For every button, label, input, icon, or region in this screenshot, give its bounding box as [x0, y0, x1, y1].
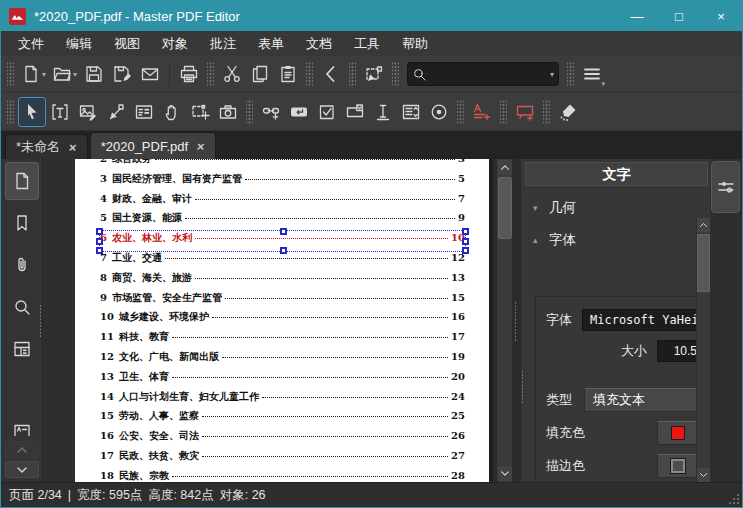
tab-untitled[interactable]: *未命名 ×	[5, 134, 88, 159]
menu-help[interactable]: 帮助	[391, 31, 439, 56]
toc-row[interactable]: 9市场监管、安全生产监管15	[100, 291, 465, 311]
toc-row[interactable]: 16公安、安全、司法26	[100, 429, 465, 449]
selection-handle[interactable]	[280, 247, 287, 254]
menu-view[interactable]: 视图	[103, 31, 151, 56]
panel-vertical-scrollbar[interactable]	[696, 218, 710, 482]
add-link-tool[interactable]	[257, 97, 285, 127]
combo-box-tool[interactable]	[341, 97, 369, 127]
sidebar-signatures-button[interactable]	[5, 421, 39, 437]
toolbar-drag-handle[interactable]	[207, 62, 214, 86]
toc-row[interactable]: 8商贸、海关、旅游13	[100, 271, 465, 291]
toolbar-drag-handle[interactable]	[567, 62, 574, 86]
open-file-button[interactable]: ▾	[49, 59, 80, 89]
stroke-color-button[interactable]	[657, 454, 696, 478]
toc-row[interactable]: 4财政、金融、审计7	[100, 192, 465, 212]
search-box[interactable]: ▾	[407, 62, 559, 86]
save-button[interactable]	[80, 59, 108, 89]
main-menu-button[interactable]: ▾	[578, 59, 606, 89]
copy-button[interactable]	[246, 59, 274, 89]
toc-row[interactable]: 17民政、扶贫、救灾27	[100, 449, 465, 469]
edit-path-tool[interactable]	[102, 97, 130, 127]
search-input[interactable]	[427, 67, 549, 81]
toolbar-drag-handle[interactable]	[306, 62, 313, 86]
window-resize-grip[interactable]	[727, 492, 740, 505]
print-button[interactable]	[175, 59, 203, 89]
selection-handle[interactable]	[280, 228, 287, 235]
toc-row[interactable]: 18民族、宗教28	[100, 469, 465, 482]
push-button-tool[interactable]	[285, 97, 313, 127]
properties-tab[interactable]	[711, 161, 740, 213]
toc-row[interactable]: 3国民经济管理、国有资产监管5	[100, 172, 465, 192]
close-button[interactable]: ×	[700, 1, 742, 31]
new-document-button[interactable]: ▾	[18, 59, 49, 89]
toolbar-drag-handle[interactable]	[392, 62, 399, 86]
paste-button[interactable]	[274, 59, 302, 89]
selection-handle[interactable]	[96, 238, 103, 245]
toc-row[interactable]: 2综合政务3	[100, 159, 465, 172]
edit-image-tool[interactable]	[74, 97, 102, 127]
sidebar-bookmarks-button[interactable]	[5, 204, 39, 242]
radio-button-tool[interactable]	[425, 97, 453, 127]
toc-row-selected[interactable]: 6农业、林业、水利10	[100, 231, 465, 251]
callout-tool[interactable]	[511, 97, 539, 127]
tab-close-icon[interactable]: ×	[68, 140, 78, 155]
sticky-note-tool[interactable]	[468, 97, 496, 127]
sidebar-scroll-up-button[interactable]	[5, 441, 39, 458]
menu-tools[interactable]: 工具	[343, 31, 391, 56]
pdf-page[interactable]: 2综合政务3 3国民经济管理、国有资产监管5 4财政、金融、审计7 5国土资源、…	[75, 159, 489, 482]
cut-button[interactable]	[218, 59, 246, 89]
menu-file[interactable]: 文件	[7, 31, 55, 56]
toolbar-drag-handle[interactable]	[349, 62, 356, 86]
sidebar-form-fields-button[interactable]	[5, 330, 39, 368]
menu-edit[interactable]: 编辑	[55, 31, 103, 56]
tab-close-icon[interactable]: ×	[196, 139, 206, 154]
highlight-tool[interactable]	[554, 97, 582, 127]
sidebar-search-button[interactable]	[5, 288, 39, 326]
select-tool[interactable]	[18, 97, 46, 127]
selection-handle[interactable]	[462, 228, 469, 235]
toolbar-drag-handle[interactable]	[457, 100, 464, 124]
toc-row[interactable]: 10城乡建设、环境保护16	[100, 310, 465, 330]
screenshot-tool[interactable]	[214, 97, 242, 127]
scroll-up-button[interactable]	[498, 160, 512, 175]
back-button[interactable]	[317, 59, 345, 89]
toc-row[interactable]: 13卫生、体育20	[100, 370, 465, 390]
toc-row[interactable]: 11科技、教育17	[100, 330, 465, 350]
hand-tool[interactable]	[158, 97, 186, 127]
toc-row[interactable]: 14人口与计划生育、妇女儿童工作24	[100, 390, 465, 410]
panel-splitter[interactable]	[512, 159, 520, 482]
text-field-tool[interactable]	[369, 97, 397, 127]
minimize-button[interactable]: —	[616, 1, 658, 31]
list-box-tool[interactable]	[397, 97, 425, 127]
toolbar-drag-handle[interactable]	[543, 100, 550, 124]
scrollbar-thumb[interactable]	[498, 177, 512, 239]
toolbar-drag-handle[interactable]	[7, 62, 14, 86]
panel-scroll-up-button[interactable]	[697, 218, 710, 232]
section-geometry[interactable]: ▾ 几何	[521, 192, 696, 224]
menu-object[interactable]: 对象	[151, 31, 199, 56]
selection-handle[interactable]	[462, 247, 469, 254]
toc-row[interactable]: 15劳动、人事、监察25	[100, 409, 465, 429]
zoom-to-selection-button[interactable]	[360, 59, 388, 89]
maximize-button[interactable]: □	[658, 1, 700, 31]
panel-scrollbar-thumb[interactable]	[697, 234, 710, 292]
sidebar-scroll-down-button[interactable]	[5, 461, 39, 478]
font-size-field[interactable]: 10.5	[657, 340, 696, 362]
font-name-field[interactable]: Microsoft YaHei	[582, 309, 696, 331]
toolbar-drag-handle[interactable]	[500, 100, 507, 124]
edit-forms-tool[interactable]	[130, 97, 158, 127]
tab-2020-pdf[interactable]: *2020_PDF.pdf ×	[90, 132, 216, 159]
check-box-tool[interactable]	[313, 97, 341, 127]
search-dropdown-icon[interactable]: ▾	[550, 70, 554, 79]
selection-handle[interactable]	[96, 228, 103, 235]
scroll-down-button[interactable]	[498, 466, 512, 481]
panel-scroll-down-button[interactable]	[697, 468, 710, 482]
edit-text-tool[interactable]	[46, 97, 74, 127]
menu-form[interactable]: 表单	[247, 31, 295, 56]
text-type-dropdown[interactable]: 填充文本	[584, 388, 696, 412]
selection-handle[interactable]	[96, 247, 103, 254]
selection-handle[interactable]	[462, 238, 469, 245]
pdf-canvas[interactable]: 2综合政务3 3国民经济管理、国有资产监管5 4财政、金融、审计7 5国土资源、…	[43, 159, 512, 482]
canvas-vertical-scrollbar[interactable]	[496, 159, 512, 482]
toolbar-drag-handle[interactable]	[246, 100, 253, 124]
